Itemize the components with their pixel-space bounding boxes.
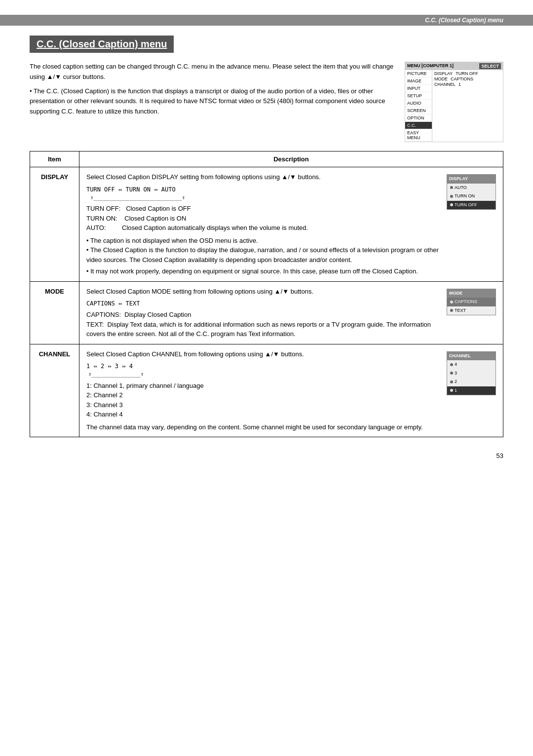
table-row-mode: MODE Select Closed Caption MODE setting … — [30, 281, 503, 344]
mode-text-dot — [450, 309, 453, 312]
display-auto-dot — [450, 186, 453, 189]
display-turnon: TURN ON: Closed Caption is ON — [86, 214, 442, 224]
mode-popup-text: TEXT — [447, 306, 495, 315]
channel-4-dot — [450, 363, 453, 366]
display-desc-inner: Select Closed Caption DISPLAY setting fr… — [86, 172, 496, 276]
table-row-display: DISPLAY Select Closed Caption DISPLAY se… — [30, 167, 503, 282]
mode-popup: MODE CAPTIONS TEXT — [447, 289, 496, 316]
intro-para1: The closed caption setting can be change… — [30, 62, 395, 82]
menu-item-picture: PICTURE — [405, 70, 432, 77]
channel-2: 2: Channel 2 — [86, 390, 442, 400]
page-number: 53 — [30, 452, 503, 459]
channel-4: 4: Channel 4 — [86, 410, 442, 419]
display-line1: Select Closed Caption DISPLAY setting fr… — [86, 172, 442, 182]
mode-desc-text: Select Closed Caption MODE setting from … — [86, 287, 442, 339]
menu-item-screen: SCREEN — [405, 107, 432, 114]
channel-popup-3: 3 — [447, 369, 495, 378]
display-popup-header: DISPLAY — [447, 175, 495, 184]
menu-right-display-label: DISPLAY — [434, 71, 453, 76]
menu-item-easymenu: EASY MENU — [405, 129, 432, 142]
channel-1-label: 1 — [455, 387, 457, 394]
channel-1-dot — [450, 389, 453, 392]
channel-desc-inner: Select Closed Caption CHANNEL from follo… — [86, 349, 496, 432]
menu-right-row-2: MODE CAPTIONS — [434, 76, 501, 81]
menu-right-display-val: TURN OFF — [456, 71, 478, 76]
display-arrows: TURN OFF ⇔ TURN ON ⇔ AUTO — [86, 185, 442, 194]
mode-captions: CAPTIONS: Display Closed Caption — [86, 310, 442, 320]
display-desc-text: Select Closed Caption DISPLAY setting fr… — [86, 172, 442, 276]
channel-popup-header: CHANNEL — [447, 352, 495, 361]
channel-1: 1: Channel 1, primary channel / language — [86, 381, 442, 391]
display-note3: • It may not work properly, depending on… — [86, 266, 442, 276]
main-table: Item Description DISPLAY Select Closed C… — [30, 151, 503, 437]
menu-right-row-1: DISPLAY TURN OFF — [434, 71, 501, 76]
intro-section: The closed caption setting can be change… — [30, 62, 503, 142]
channel-3-label: 3 — [455, 370, 457, 377]
menu-right-col: DISPLAY TURN OFF MODE CAPTIONS CHANNEL 1 — [432, 70, 503, 142]
channel-popup-4: 4 — [447, 360, 495, 369]
channel-3-dot — [450, 372, 453, 375]
menu-left-col: PICTURE IMAGE INPUT SETUP AUDIO SCREEN O… — [405, 70, 432, 142]
channel-2-dot — [450, 380, 453, 383]
display-desc-cell: Select Closed Caption DISPLAY setting fr… — [79, 167, 503, 282]
display-popup-turnon: TURN ON — [447, 192, 495, 201]
menu-item-option: OPTION — [405, 114, 432, 122]
mode-popup-captions: CAPTIONS — [447, 298, 495, 306]
table-row-channel: CHANNEL Select Closed Caption CHANNEL fr… — [30, 344, 503, 437]
mode-text-label: TEXT — [455, 307, 466, 314]
mode-desc-inner: Select Closed Caption MODE setting from … — [86, 287, 496, 339]
menu-item-input: INPUT — [405, 85, 432, 92]
display-turnoff-dot — [450, 203, 453, 206]
page-header: C.C. (Closed Caption) menu — [0, 15, 533, 26]
mode-desc-cell: Select Closed Caption MODE setting from … — [79, 281, 503, 344]
intro-para2: • The C.C. (Closed Caption) is the funct… — [30, 86, 395, 117]
page-title: C.C. (Closed Caption) menu — [37, 38, 167, 50]
menu-right-row-3: CHANNEL 1 — [434, 82, 501, 87]
select-btn: SELECT — [479, 63, 501, 69]
channel-line1: Select Closed Caption CHANNEL from follo… — [86, 349, 442, 359]
channel-2-label: 2 — [455, 378, 457, 385]
mode-line1: Select Closed Caption MODE setting from … — [86, 287, 442, 297]
display-item-label: DISPLAY — [30, 167, 79, 282]
menu-item-cc: C.C. — [405, 122, 432, 129]
channel-popup-2: 2 — [447, 378, 495, 386]
menu-title: MENU [COMPUTER 1] — [407, 63, 454, 69]
channel-popup: CHANNEL 4 3 2 — [447, 351, 496, 396]
display-turnoff-label: TURN OFF — [455, 202, 477, 209]
display-popup: DISPLAY AUTO TURN ON TURN — [447, 174, 496, 210]
menu-mockup: MENU [COMPUTER 1] SELECT PICTURE IMAGE I… — [405, 62, 503, 142]
display-popup-auto: AUTO — [447, 184, 495, 192]
channel-arrows: 1 ⇔ 2 ⇔ 3 ⇔ 4 — [86, 362, 442, 371]
display-turnon-dot — [450, 195, 453, 198]
menu-item-audio: AUDIO — [405, 100, 432, 107]
col-desc-header: Description — [79, 151, 503, 167]
mode-captions-dot — [450, 301, 453, 303]
display-turnon-label: TURN ON — [455, 193, 475, 200]
menu-right-channel-val: 1 — [458, 82, 461, 87]
display-auto: AUTO: Closed Caption automatically displ… — [86, 223, 442, 233]
channel-3: 3: Channel 3 — [86, 400, 442, 410]
menu-mockup-header: MENU [COMPUTER 1] SELECT — [405, 62, 503, 70]
channel-popup-1: 1 — [447, 386, 495, 395]
col-item-header: Item — [30, 151, 79, 167]
channel-note: The channel data may vary, depending on … — [86, 422, 442, 432]
menu-right-mode-label: MODE — [434, 76, 448, 81]
header-text: C.C. (Closed Caption) menu — [425, 17, 503, 24]
display-note2: • The Closed Caption is the function to … — [86, 245, 442, 265]
menu-right-mode-val: CAPTIONS — [451, 76, 473, 81]
menu-right-channel-label: CHANNEL — [434, 82, 456, 87]
page-num-text: 53 — [496, 452, 503, 459]
display-turnoff: TURN OFF: Closed Caption is OFF — [86, 204, 442, 214]
menu-item-image: IMAGE — [405, 77, 432, 85]
channel-item-label: CHANNEL — [30, 344, 79, 437]
menu-mockup-body: PICTURE IMAGE INPUT SETUP AUDIO SCREEN O… — [405, 70, 503, 142]
mode-arrows: CAPTIONS ⇔ TEXT — [86, 299, 442, 308]
mode-captions-label: CAPTIONS — [455, 299, 477, 305]
display-arrow-back: ⇑___________________________⇑ — [90, 194, 442, 202]
channel-4-label: 4 — [455, 361, 457, 368]
display-popup-turnoff: TURN OFF — [447, 201, 495, 210]
channel-desc-cell: Select Closed Caption CHANNEL from follo… — [79, 344, 503, 437]
intro-text: The closed caption setting can be change… — [30, 62, 395, 142]
menu-item-setup: SETUP — [405, 92, 432, 100]
mode-popup-header: MODE — [447, 289, 495, 298]
